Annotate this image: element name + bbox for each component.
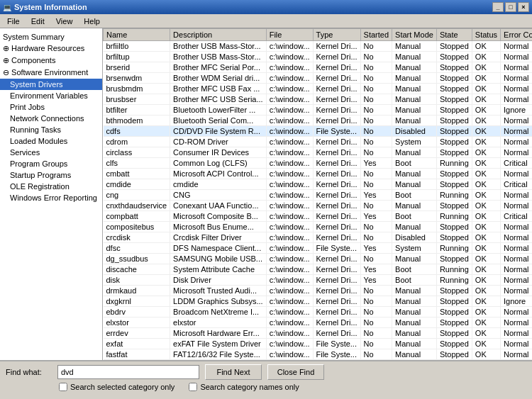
menu-edit[interactable]: Edit: [26, 16, 50, 27]
table-row[interactable]: brsenwdmBrother WDM Serial dri...c:\wind…: [104, 73, 533, 84]
table-cell: No: [360, 328, 392, 339]
table-row[interactable]: cnxthdaudserviceConexant UAA Functio...c…: [104, 201, 533, 211]
col-error-control[interactable]: Error Con...: [501, 29, 532, 41]
table-cell: Manual: [392, 62, 437, 73]
table-cell: c:\window...: [266, 147, 313, 158]
table-row[interactable]: fastfatFAT12/16/32 File Syste...c:\windo…: [104, 349, 533, 360]
sidebar-item-services[interactable]: Services: [0, 147, 102, 158]
table-row[interactable]: errdevMicrosoft Hardware Err...c:\window…: [104, 328, 533, 339]
table-row[interactable]: discacheSystem Attribute Cachec:\window.…: [104, 264, 533, 275]
table-cell: Common Log (CLFS): [170, 158, 267, 169]
find-bar: Find what: Find Next Close Find Search s…: [0, 360, 532, 399]
table-cell: No: [360, 307, 392, 317]
table-cell: c:\window...: [266, 264, 313, 275]
table-row[interactable]: bthmodemBluetooth Serial Com...c:\window…: [104, 116, 533, 126]
sidebar-item-windows-error-reporting[interactable]: Windows Error Reporting: [0, 192, 102, 203]
sidebar-item-system-drivers[interactable]: System Drivers: [0, 79, 102, 90]
table-cell: Normal: [501, 116, 532, 126]
table-cell: Stopped: [436, 349, 472, 360]
table-row[interactable]: crcdiskCrcdisk Filter Driverc:\window...…: [104, 232, 533, 243]
col-start-mode[interactable]: Start Mode: [392, 29, 437, 41]
table-cell: Stopped: [436, 222, 472, 232]
table-row[interactable]: brfiiltloBrother USB Mass-Stor...c:\wind…: [104, 41, 533, 52]
sidebar-item-ole-registration[interactable]: OLE Registration: [0, 181, 102, 192]
close-find-button[interactable]: Close Find: [267, 364, 324, 380]
table-cell: Normal: [501, 317, 532, 328]
sidebar-item-system-summary[interactable]: System Summary: [0, 31, 102, 43]
sidebar-item-components[interactable]: ⊕ Components: [0, 55, 102, 67]
table-cell: Kernel Dri...: [313, 307, 360, 317]
table-cell: Manual: [392, 41, 437, 52]
table-cell: bthmodem: [104, 116, 170, 126]
col-status[interactable]: Status: [472, 29, 500, 41]
table-row[interactable]: diskDisk Driverc:\window...Kernel Dri...…: [104, 275, 533, 286]
table-cell: Kernel Dri...: [313, 41, 360, 52]
table-row[interactable]: clfsCommon Log (CLFS)c:\window...Kernel …: [104, 158, 533, 169]
sidebar-item-running-tasks[interactable]: Running Tasks: [0, 124, 102, 135]
table-cell: OK: [472, 254, 500, 264]
table-row[interactable]: exfatexFAT File System Driverc:\window..…: [104, 339, 533, 349]
table-cell: Normal: [501, 254, 532, 264]
maximize-button[interactable]: □: [505, 2, 516, 12]
table-row[interactable]: elxstorelxstorc:\window...Kernel Dri...N…: [104, 317, 533, 328]
col-type[interactable]: Type: [313, 29, 360, 41]
menu-view[interactable]: View: [50, 16, 79, 27]
table-row[interactable]: brusbmdmBrother MFC USB Fax ...c:\window…: [104, 84, 533, 94]
table-cell: Stopped: [436, 286, 472, 296]
find-next-button[interactable]: Find Next: [205, 364, 262, 380]
menu-help[interactable]: Help: [78, 16, 106, 27]
col-description[interactable]: Description: [170, 29, 267, 41]
table-row[interactable]: btfilterBluetooth LowerFilter ...c:\wind…: [104, 105, 533, 116]
table-cell: btfilter: [104, 105, 170, 116]
table-cell: c:\window...: [266, 286, 313, 296]
table-row[interactable]: fdcFloppy Disk Controller...c:\window...…: [104, 360, 533, 361]
table-row[interactable]: dfscDFS Namespace Client...c:\window...F…: [104, 243, 533, 254]
table-cell: Normal: [501, 275, 532, 286]
table-row[interactable]: cngCNGc:\window...Kernel Dri...YesBootRu…: [104, 190, 533, 201]
sidebar-item-hardware-resources[interactable]: ⊕ Hardware Resources: [0, 43, 102, 55]
table-row[interactable]: brseridBrother MFC Serial Por...c:\windo…: [104, 62, 533, 73]
table-cell: c:\window...: [266, 73, 313, 84]
search-category-names-label[interactable]: Search category names only: [189, 383, 299, 391]
sidebar-item-network-connections[interactable]: Network Connections: [0, 113, 102, 124]
sidebar-item-print-jobs[interactable]: Print Jobs: [0, 101, 102, 113]
search-selected-checkbox[interactable]: [59, 383, 67, 391]
table-cell: Microsoft ACPI Control...: [170, 169, 267, 179]
table-cell: Manual: [392, 105, 437, 116]
table-row[interactable]: cdromCD-ROM Driverc:\window...Kernel Dri…: [104, 137, 533, 147]
search-category-names-text: Search category names only: [200, 383, 299, 391]
table-row[interactable]: drmkaudMicrosoft Trusted Audi...c:\windo…: [104, 286, 533, 296]
sidebar-item-loaded-modules[interactable]: Loaded Modules: [0, 135, 102, 147]
col-name[interactable]: Name: [104, 29, 170, 41]
search-category-names-checkbox[interactable]: [189, 383, 197, 391]
table-row[interactable]: brfiltupBrother USB Mass-Stor...c:\windo…: [104, 52, 533, 62]
table-row[interactable]: cdfsCD/DVD File System R...c:\window...F…: [104, 126, 533, 137]
col-file[interactable]: File: [266, 29, 313, 41]
table-row[interactable]: cmbattMicrosoft ACPI Control...c:\window…: [104, 169, 533, 179]
table-row[interactable]: compbattMicrosoft Composite B...c:\windo…: [104, 211, 533, 222]
close-button[interactable]: ×: [518, 2, 529, 12]
table-row[interactable]: ebdrvBroadcom NetXtreme I...c:\window...…: [104, 307, 533, 317]
table-cell: No: [360, 349, 392, 360]
table-cell: Manual: [392, 286, 437, 296]
table-row[interactable]: dg_ssudbusSAMSUNG Mobile USB...c:\window…: [104, 254, 533, 264]
sidebar-item-software-environment[interactable]: ⊖ Software Environment: [0, 67, 102, 79]
table-row[interactable]: brusbserBrother MFC USB Seria...c:\windo…: [104, 94, 533, 105]
table-row[interactable]: circlassConsumer IR Devicesc:\window...K…: [104, 147, 533, 158]
sidebar-item-startup-programs[interactable]: Startup Programs: [0, 169, 102, 181]
find-input[interactable]: [57, 365, 199, 379]
table-row[interactable]: dxgkrnlLDDM Graphics Subsys...c:\window.…: [104, 296, 533, 307]
table-row[interactable]: compositebusMicrosoft Bus Enume...c:\win…: [104, 222, 533, 232]
minimize-button[interactable]: _: [492, 2, 504, 12]
sidebar-item-environment-variables[interactable]: Environment Variables: [0, 90, 102, 101]
table-cell: Critical: [501, 158, 532, 169]
table-cell: Yes: [360, 158, 392, 169]
menu-file[interactable]: File: [1, 16, 26, 27]
col-started[interactable]: Started: [360, 29, 392, 41]
search-selected-label[interactable]: Search selected category only: [59, 383, 174, 391]
sidebar-item-program-groups[interactable]: Program Groups: [0, 158, 102, 169]
table-cell: Normal: [501, 232, 532, 243]
col-state[interactable]: State: [436, 29, 472, 41]
table-row[interactable]: cmdidecmdidec:\window...Kernel Dri...NoM…: [104, 179, 533, 190]
table-cell: Manual: [392, 116, 437, 126]
